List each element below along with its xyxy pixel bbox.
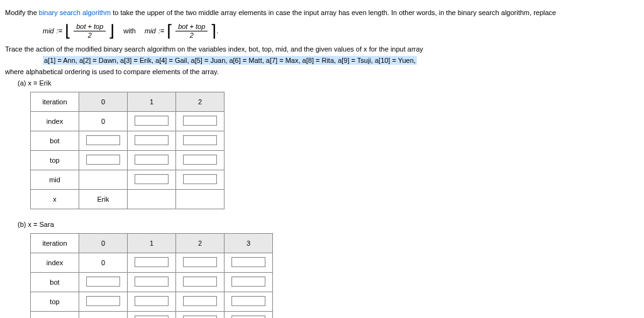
iter-header-a: iteration — [31, 92, 79, 112]
trace-line-2: where alphabetical ordering is used to c… — [5, 68, 634, 75]
table-b-header-row: iteration 0 1 2 3 — [31, 234, 273, 253]
answer-input[interactable] — [135, 296, 169, 306]
row-label-mid: mid — [31, 312, 79, 319]
row-label-top: top — [31, 292, 79, 312]
table-row: xErik — [31, 190, 225, 209]
answer-input[interactable] — [231, 296, 265, 306]
cell — [79, 131, 128, 151]
col-a-1: 1 — [128, 92, 176, 112]
cell — [176, 190, 225, 209]
answer-input[interactable] — [86, 155, 120, 165]
answer-input[interactable] — [231, 277, 265, 287]
col-a-2: 2 — [176, 92, 225, 112]
ceil-right: ⌉ — [210, 23, 216, 39]
table-a-header-row: iteration 0 1 2 — [31, 92, 225, 112]
array-def-highlight: a[1] = Ann, a[2] = Dawn, a[3] = Erik, a[… — [43, 56, 417, 65]
answer-input[interactable] — [183, 257, 217, 267]
cell — [225, 253, 273, 273]
answer-input[interactable] — [135, 277, 169, 287]
table-row: mid — [31, 170, 225, 190]
row-label-top: top — [31, 151, 79, 170]
intro-rest: to take the upper of the two middle arra… — [111, 9, 556, 16]
row-label-x: x — [31, 190, 79, 209]
formula-assign-2: := — [158, 27, 164, 35]
floor-left: ⌊ — [65, 23, 71, 39]
formula-with: with — [123, 27, 136, 35]
answer-input[interactable] — [135, 257, 169, 267]
answer-input[interactable] — [183, 155, 217, 165]
answer-input[interactable] — [135, 116, 169, 126]
col-b-1: 1 — [128, 234, 176, 253]
cell — [128, 170, 176, 190]
table-row: bot — [31, 131, 225, 151]
answer-input[interactable] — [135, 315, 169, 318]
cell — [225, 292, 273, 312]
frac-den-2: 2 — [187, 31, 196, 39]
array-definition: a[1] = Ann, a[2] = Dawn, a[3] = Erik, a[… — [43, 57, 634, 64]
cell — [128, 151, 176, 170]
table-row: index0 — [31, 253, 273, 273]
formula-lhs-label: mid — [43, 27, 54, 35]
answer-input[interactable] — [86, 277, 120, 287]
cell — [176, 151, 225, 170]
table-row: index0 — [31, 112, 225, 131]
answer-input[interactable] — [183, 135, 217, 145]
cell — [176, 131, 225, 151]
table-row: bot — [31, 273, 273, 292]
cell — [79, 170, 128, 190]
part-b-label: (b) x = Sara — [18, 221, 634, 228]
cell: 0 — [79, 112, 128, 131]
iter-header-b: iteration — [31, 234, 79, 253]
cell — [176, 112, 225, 131]
answer-input[interactable] — [231, 315, 265, 318]
col-b-2: 2 — [176, 234, 225, 253]
cell — [176, 273, 225, 292]
fraction-floor: bot + top 2 — [74, 23, 106, 38]
cell — [79, 312, 128, 319]
answer-input[interactable] — [183, 174, 217, 184]
col-b-3: 3 — [225, 234, 273, 253]
cell — [128, 253, 176, 273]
cell — [128, 190, 176, 209]
answer-input[interactable] — [135, 135, 169, 145]
cell — [225, 273, 273, 292]
cell — [176, 253, 225, 273]
answer-input[interactable] — [135, 155, 169, 165]
cell — [128, 292, 176, 312]
row-label-bot: bot — [31, 131, 79, 151]
answer-input[interactable] — [135, 174, 169, 184]
answer-input[interactable] — [183, 116, 217, 126]
answer-input[interactable] — [183, 277, 217, 287]
table-b: iteration 0 1 2 3 index0bottopmidxSara — [30, 233, 273, 318]
formula-period: . — [216, 27, 218, 35]
table-row: mid — [31, 312, 273, 319]
binary-search-link[interactable]: binary search algorithm — [39, 9, 111, 16]
answer-input[interactable] — [183, 296, 217, 306]
cell — [79, 151, 128, 170]
col-b-0: 0 — [79, 234, 128, 253]
problem-content: Modify the binary search algorithm to ta… — [5, 9, 634, 318]
answer-input[interactable] — [86, 296, 120, 306]
table-a: iteration 0 1 2 index0bottopmidxErik — [30, 92, 225, 209]
table-row: top — [31, 292, 273, 312]
row-label-index: index — [31, 253, 79, 273]
answer-input[interactable] — [86, 135, 120, 145]
answer-input[interactable] — [231, 257, 265, 267]
part-a-label: (a) x = Erik — [18, 79, 634, 87]
row-label-bot: bot — [31, 273, 79, 292]
cell — [128, 273, 176, 292]
cell: 0 — [79, 253, 128, 273]
cell — [176, 170, 225, 190]
trace-line-1: Trace the action of the modified binary … — [5, 45, 634, 53]
cell — [79, 292, 128, 312]
frac-den-1: 2 — [86, 31, 94, 39]
intro-prefix: Modify the — [5, 9, 39, 16]
cell — [128, 312, 176, 319]
cell — [176, 292, 225, 312]
floor-right: ⌋ — [108, 23, 114, 39]
cell — [128, 131, 176, 151]
intro-paragraph: Modify the binary search algorithm to ta… — [5, 9, 634, 16]
col-a-0: 0 — [79, 92, 128, 112]
row-label-mid: mid — [31, 170, 79, 190]
answer-input[interactable] — [183, 315, 217, 318]
